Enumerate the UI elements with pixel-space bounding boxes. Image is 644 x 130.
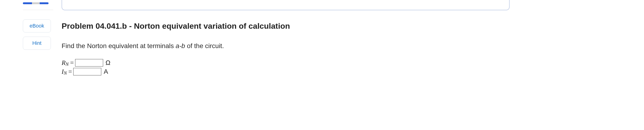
instruction-suffix: of the circuit. [185,42,224,50]
in-sub: N [64,70,67,76]
answer-box-previous[interactable] [62,0,510,10]
sidebar: eBook Hint [23,0,53,130]
in-var: I [62,68,64,76]
ebook-button[interactable]: eBook [23,19,51,32]
progress-bar [23,2,48,4]
instruction-prefix: Find the Norton equivalent at terminals [62,42,176,50]
problem-instruction: Find the Norton equivalent at terminals … [62,42,625,50]
rn-eq: = [70,59,74,66]
answer-rows: RN = Ω IN = A [62,59,625,76]
in-row: IN = A [62,68,625,76]
in-unit: A [104,68,108,76]
rn-sub: N [66,62,68,67]
rn-input[interactable] [75,59,103,66]
sidebar-divider [23,10,53,10]
hint-button[interactable]: Hint [23,37,51,50]
problem-title: Problem 04.041.b - Norton equivalent var… [62,22,625,30]
rn-unit: Ω [106,59,110,66]
instruction-terminals: a-b [176,42,185,50]
main-content: Problem 04.041.b - Norton equivalent var… [53,0,644,130]
in-input[interactable] [73,68,101,76]
in-eq: = [68,68,72,76]
rn-row: RN = Ω [62,59,625,66]
rn-var: R [62,59,66,66]
